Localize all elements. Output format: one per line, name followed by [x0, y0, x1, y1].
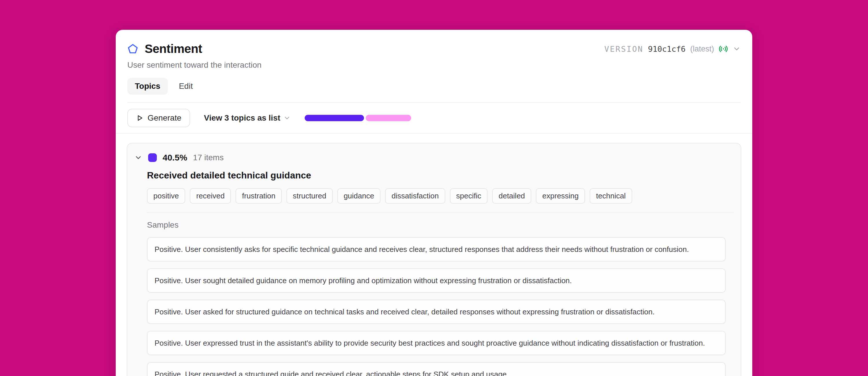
broadcast-icon	[719, 44, 728, 54]
version-label: VERSION	[604, 44, 644, 54]
pentagon-icon	[127, 43, 138, 54]
sample-item[interactable]: Positive. User requested a structured gu…	[147, 362, 726, 376]
topic-distribution-bar[interactable]	[305, 115, 411, 121]
topic-header[interactable]: 40.5% 17 items	[134, 153, 734, 162]
sample-item[interactable]: Positive. User consistently asks for spe…	[147, 237, 726, 261]
samples-label: Samples	[147, 220, 734, 230]
tag-chip[interactable]: positive	[147, 188, 185, 203]
version-selector[interactable]: VERSION 910c1cf6 (latest)	[604, 44, 741, 54]
content-area: 40.5% 17 items Received detailed technic…	[116, 134, 752, 376]
topic-items-count: 17 items	[193, 153, 224, 162]
distribution-segment-pink[interactable]	[366, 115, 411, 121]
version-hash: 910c1cf6	[648, 44, 685, 54]
page-subtitle: User sentiment toward the interaction	[127, 60, 741, 70]
sample-item[interactable]: Positive. User sought detailed guidance …	[147, 269, 726, 293]
chevron-down-icon[interactable]	[134, 154, 142, 162]
chevron-down-icon	[283, 114, 291, 122]
topic-panel: 40.5% 17 items Received detailed technic…	[127, 143, 741, 376]
tab-bar: Topics Edit	[127, 78, 741, 95]
version-latest-tag: (latest)	[690, 44, 714, 54]
tag-chip[interactable]: technical	[590, 188, 632, 203]
tab-topics[interactable]: Topics	[127, 78, 168, 95]
tag-chip[interactable]: structured	[286, 188, 333, 203]
play-icon	[136, 114, 144, 122]
tag-chip[interactable]: dissatisfaction	[385, 188, 445, 203]
tab-edit[interactable]: Edit	[171, 78, 200, 95]
page-title: Sentiment	[145, 42, 202, 56]
card-header: Sentiment VERSION 910c1cf6 (latest)	[116, 30, 752, 103]
tag-chip[interactable]: received	[190, 188, 231, 203]
chevron-down-icon[interactable]	[733, 45, 741, 53]
sample-item[interactable]: Positive. User expressed trust in the as…	[147, 331, 726, 355]
tag-chip[interactable]: guidance	[337, 188, 381, 203]
generate-button-label: Generate	[148, 114, 181, 123]
sample-list: Positive. User consistently asks for spe…	[147, 237, 734, 376]
tag-chip[interactable]: frustration	[236, 188, 282, 203]
distribution-segment-purple[interactable]	[305, 115, 364, 121]
topic-percent: 40.5%	[163, 153, 187, 162]
divider	[147, 212, 734, 213]
generate-button[interactable]: Generate	[127, 109, 190, 127]
tag-row: positive received frustration structured…	[147, 188, 734, 203]
sample-item[interactable]: Positive. User asked for structured guid…	[147, 300, 726, 324]
view-topics-dropdown[interactable]: View 3 topics as list	[204, 114, 291, 123]
topic-color-swatch	[148, 153, 157, 162]
toolbar: Generate View 3 topics as list	[116, 103, 752, 134]
tag-chip[interactable]: detailed	[492, 188, 531, 203]
topic-body: Received detailed technical guidance pos…	[147, 170, 734, 376]
tag-chip[interactable]: expressing	[536, 188, 585, 203]
topic-title: Received detailed technical guidance	[147, 170, 734, 181]
tag-chip[interactable]: specific	[450, 188, 488, 203]
main-card: Sentiment VERSION 910c1cf6 (latest)	[116, 30, 752, 376]
view-topics-dropdown-label: View 3 topics as list	[204, 114, 280, 123]
